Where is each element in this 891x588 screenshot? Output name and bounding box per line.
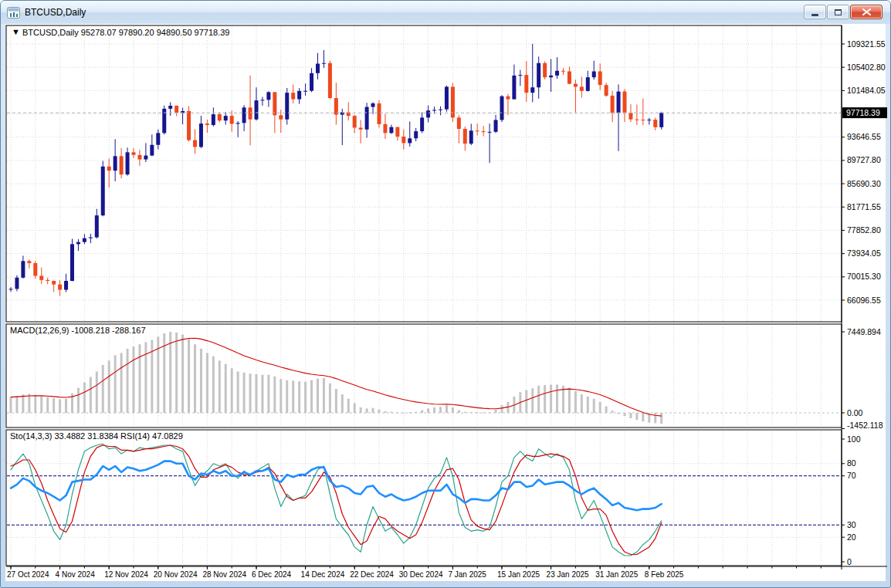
stochastic-label: Sto(14,3,3) 33.4882 31.8384 RSI(14) 47.0… [10,431,183,441]
collapse-arrow-icon[interactable]: ▼ [12,27,20,36]
svg-text:15 Jan 2025: 15 Jan 2025 [497,570,540,579]
svg-text:81771.55: 81771.55 [847,202,881,211]
svg-text:105402.80: 105402.80 [847,63,886,72]
price-axis[interactable]: 109321.55105402.80101484.0593646.5589727… [842,39,887,566]
svg-text:28 Nov 2024: 28 Nov 2024 [202,570,246,579]
macd-label: MACD(12,26,9) -1008.218 -288.167 [10,326,146,335]
minimize-button[interactable] [804,5,826,19]
svg-text:89727.80: 89727.80 [847,155,881,164]
svg-text:12 Nov 2024: 12 Nov 2024 [104,570,148,579]
restore-button[interactable] [827,5,849,19]
minimize-icon [811,14,818,16]
title-bar[interactable]: BTCUSD,Daily [1,1,890,24]
svg-text:66096.55: 66096.55 [847,296,881,305]
svg-text:20: 20 [847,532,856,542]
svg-text:109321.55: 109321.55 [847,39,886,49]
macd-series [10,332,663,424]
window-controls [804,5,883,19]
svg-text:97718.39: 97718.39 [846,108,880,117]
svg-text:8 Feb 2025: 8 Feb 2025 [645,570,684,579]
svg-text:93646.55: 93646.55 [847,132,881,141]
grid [7,26,841,321]
svg-text:6 Dec 2024: 6 Dec 2024 [252,570,292,579]
svg-text:30: 30 [847,520,856,529]
svg-text:23 Jan 2025: 23 Jan 2025 [547,570,589,579]
svg-text:7 Jan 2025: 7 Jan 2025 [448,570,486,579]
svg-text:7449.894: 7449.894 [847,327,881,336]
svg-text:30 Dec 2024: 30 Dec 2024 [399,570,443,579]
chart-area[interactable]: ▼ BTCUSD,Daily 95278.07 97890.20 94890.5… [5,24,886,581]
macd-panel[interactable]: MACD(12,26,9) -1008.218 -288.167 [7,325,841,427]
stochastic-panel[interactable]: Sto(14,3,3) 33.4882 31.8384 RSI(14) 47.0… [7,431,841,565]
svg-text:70: 70 [847,471,856,480]
svg-text:70015.30: 70015.30 [847,272,881,281]
stochastic-series [11,444,662,556]
time-axis[interactable]: 27 Oct 20244 Nov 202412 Nov 202420 Nov 2… [7,566,821,579]
svg-text:73934.05: 73934.05 [847,248,881,258]
svg-text:80: 80 [847,458,856,468]
svg-text:77852.80: 77852.80 [847,225,881,235]
svg-text:101484.05: 101484.05 [847,86,886,95]
symbol-ohlc-label: BTCUSD,Daily 95278.07 97890.20 94890.50 … [22,28,229,37]
candlesticks [9,44,664,296]
svg-text:85690.30: 85690.30 [847,179,881,188]
svg-text:100: 100 [847,434,861,444]
svg-text:14 Dec 2024: 14 Dec 2024 [301,570,345,579]
close-icon [862,8,871,15]
svg-text:0: 0 [847,557,852,566]
chart-icon [7,7,20,19]
close-button[interactable] [850,5,883,19]
svg-text:31 Jan 2025: 31 Jan 2025 [595,570,638,579]
main-price-panel[interactable]: ▼ BTCUSD,Daily 95278.07 97890.20 94890.5… [7,26,841,321]
restore-icon [835,9,842,15]
svg-text:20 Nov 2024: 20 Nov 2024 [154,570,198,579]
grid [7,325,841,427]
svg-text:4 Nov 2024: 4 Nov 2024 [56,570,96,579]
svg-text:0.00: 0.00 [847,408,863,417]
svg-text:22 Dec 2024: 22 Dec 2024 [350,570,394,579]
chart-window: BTCUSD,Daily ▼ BTCUSD,Daily 95278.07 978… [0,0,891,588]
window-title: BTCUSD,Daily [25,7,86,18]
svg-text:27 Oct 2024: 27 Oct 2024 [7,570,49,579]
svg-text:-1452.118: -1452.118 [847,421,883,430]
